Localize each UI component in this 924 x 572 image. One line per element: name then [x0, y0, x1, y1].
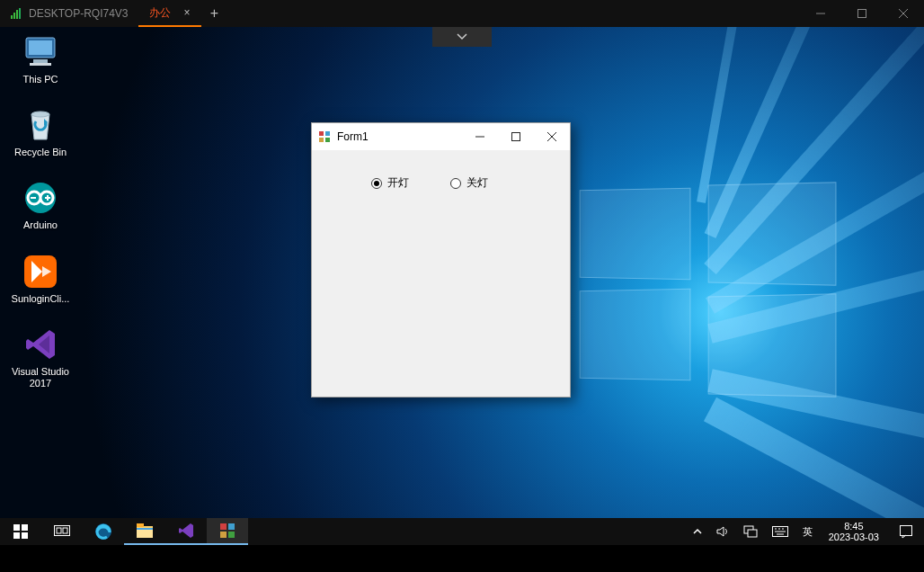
form1-minimize-button[interactable] — [462, 123, 498, 150]
svg-rect-23 — [319, 131, 324, 136]
svg-marker-43 — [179, 523, 193, 538]
tray-ime-button[interactable]: 英 — [795, 518, 820, 545]
remote-host-label: DESKTOP-RQI74V3 — [29, 7, 128, 20]
taskbar-app-form1[interactable] — [207, 518, 248, 545]
svg-rect-36 — [57, 528, 61, 533]
svg-marker-48 — [717, 527, 724, 536]
visual-studio-icon — [177, 522, 195, 540]
close-icon[interactable]: × — [183, 6, 190, 19]
remote-host-tab[interactable]: DESKTOP-RQI74V3 — [0, 0, 138, 27]
svg-rect-0 — [11, 15, 13, 19]
desktop-icon-this-pc[interactable]: This PC — [5, 34, 76, 85]
svg-rect-37 — [63, 528, 67, 533]
clock-time: 8:45 — [844, 521, 863, 532]
svg-rect-11 — [30, 63, 51, 66]
tray-notifications-button[interactable] — [888, 518, 924, 545]
svg-rect-57 — [901, 526, 912, 536]
maximize-button[interactable] — [841, 0, 883, 27]
svg-rect-34 — [22, 532, 28, 539]
remote-desktop-viewport: This PC Recycle Bin Arduino SunloginCli.… — [0, 27, 924, 545]
chevron-up-icon — [693, 528, 702, 535]
svg-rect-41 — [137, 530, 153, 538]
svg-rect-5 — [858, 10, 866, 18]
svg-rect-45 — [228, 523, 235, 530]
form1-titlebar[interactable]: Form1 — [312, 123, 570, 150]
sunlogin-icon — [21, 254, 60, 290]
recycle-bin-icon — [21, 107, 60, 143]
taskbar-app-visual-studio[interactable] — [165, 518, 207, 545]
radio-light-off[interactable]: 关灯 — [450, 175, 488, 191]
svg-rect-44 — [220, 523, 227, 530]
task-view-icon — [54, 525, 70, 538]
remote-window-buttons — [800, 0, 924, 27]
remote-tab-label: 办公 — [149, 5, 171, 21]
desktop-icon-recycle-bin[interactable]: Recycle Bin — [5, 107, 76, 158]
desktop-icon-label: Visual Studio 2017 — [5, 366, 76, 389]
winforms-app-icon — [219, 523, 235, 539]
radio-light-on[interactable]: 开灯 — [371, 175, 409, 191]
toolbar-dropdown-button[interactable] — [432, 27, 492, 47]
notifications-icon — [899, 524, 913, 539]
remote-tab-active[interactable]: 办公 × — [138, 0, 200, 27]
svg-rect-24 — [325, 131, 330, 136]
svg-rect-50 — [748, 530, 757, 537]
start-button[interactable] — [0, 518, 41, 545]
desktop-icon-label: This PC — [5, 74, 76, 85]
file-explorer-icon — [136, 523, 154, 539]
keyboard-icon — [772, 526, 788, 537]
desktop-icon-arduino[interactable]: Arduino — [5, 180, 76, 231]
background-decoration — [697, 27, 752, 203]
tray-clock[interactable]: 8:45 2023-03-03 — [820, 518, 888, 545]
chevron-down-icon — [456, 32, 468, 41]
form1-close-button[interactable] — [534, 123, 570, 150]
tray-overflow-button[interactable] — [686, 518, 709, 545]
windows-taskbar: 英 8:45 2023-03-03 — [0, 518, 924, 545]
svg-rect-46 — [220, 532, 227, 538]
form1-maximize-button[interactable] — [498, 123, 534, 150]
tray-volume-button[interactable] — [709, 518, 736, 545]
radio-dot-icon — [450, 178, 461, 189]
radio-label: 开灯 — [387, 175, 409, 191]
svg-rect-28 — [512, 133, 520, 141]
svg-rect-1 — [13, 13, 15, 19]
svg-rect-26 — [325, 138, 330, 142]
svg-rect-31 — [13, 524, 20, 531]
arduino-icon — [21, 180, 60, 216]
clock-date: 2023-03-03 — [829, 532, 879, 542]
minimize-button[interactable] — [800, 0, 841, 27]
signal-icon — [11, 8, 22, 19]
svg-rect-9 — [29, 40, 52, 55]
windows-logo-icon — [13, 524, 28, 539]
form1-title: Form1 — [337, 130, 369, 143]
windows-logo-decoration — [575, 189, 845, 405]
tray-keyboard-button[interactable] — [765, 518, 795, 545]
radio-dot-icon — [371, 178, 382, 189]
svg-rect-47 — [228, 532, 235, 538]
svg-rect-10 — [33, 59, 48, 63]
taskbar-app-explorer[interactable] — [124, 518, 165, 545]
visual-studio-icon — [21, 326, 60, 362]
form1-window[interactable]: Form1 开灯 关灯 — [311, 122, 571, 398]
new-tab-button[interactable]: + — [201, 0, 228, 27]
taskbar-app-edge[interactable] — [83, 518, 124, 545]
svg-rect-42 — [137, 528, 153, 530]
desktop-icon-label: SunloginCli... — [5, 293, 76, 305]
speaker-icon — [716, 525, 729, 538]
form1-client-area: 开灯 关灯 — [312, 150, 570, 397]
radio-label: 关灯 — [466, 175, 488, 191]
network-icon — [743, 525, 758, 538]
close-button[interactable] — [883, 0, 924, 27]
remote-tab-bar: DESKTOP-RQI74V3 办公 × + — [0, 0, 924, 27]
svg-rect-3 — [19, 8, 21, 19]
desktop-icon-sunlogin[interactable]: SunloginCli... — [5, 254, 76, 305]
desktop-icon-label: Recycle Bin — [5, 147, 76, 158]
desktop-icon-visual-studio[interactable]: Visual Studio 2017 — [5, 326, 76, 389]
task-view-button[interactable] — [41, 518, 83, 545]
tray-network-button[interactable] — [736, 518, 765, 545]
app-icon — [317, 130, 332, 144]
svg-rect-33 — [13, 532, 20, 539]
ime-label: 英 — [803, 525, 813, 539]
svg-rect-32 — [22, 524, 28, 531]
edge-icon — [94, 523, 112, 541]
svg-rect-25 — [319, 138, 324, 142]
